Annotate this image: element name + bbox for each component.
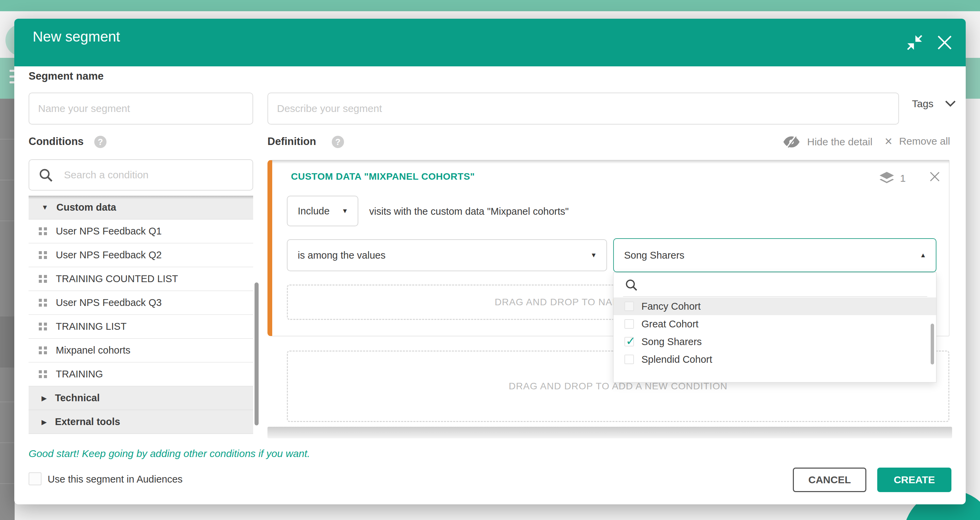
cohort-option-label: Song Sharers — [641, 336, 702, 347]
tags-label: Tags — [912, 98, 933, 109]
condition-item-label: TRAINING — [56, 369, 103, 380]
condition-item-label: User NPS Feedback Q3 — [56, 297, 162, 309]
tags-dropdown[interactable]: Tags — [912, 98, 956, 110]
drag-handle-icon[interactable] — [39, 251, 47, 259]
checkbox-unchecked[interactable] — [624, 319, 634, 329]
help-icon[interactable]: ? — [94, 136, 107, 148]
caret-down-icon: ▼ — [590, 251, 597, 259]
remove-all-label: Remove all — [899, 135, 950, 147]
condition-group-technical[interactable]: ▶Technical — [29, 386, 253, 410]
horizontal-scrollbar[interactable] — [267, 427, 952, 438]
modal-title: New segment — [33, 29, 120, 45]
help-icon[interactable]: ? — [332, 136, 344, 148]
segment-name-label: Segment name — [29, 70, 104, 83]
checkbox-unchecked[interactable] — [624, 302, 634, 311]
condition-item-label: User NPS Feedback Q2 — [56, 250, 162, 261]
condition-search-input[interactable] — [29, 159, 253, 191]
condition-item[interactable]: User NPS Feedback Q1 — [29, 219, 253, 243]
group-label: Custom data — [56, 202, 116, 213]
modal-header — [14, 19, 966, 66]
include-value: Include — [298, 205, 330, 217]
condition-search — [29, 159, 253, 191]
value-select[interactable]: Song Sharers ▲ — [613, 238, 937, 272]
include-select[interactable]: Include ▼ — [287, 196, 358, 226]
sidebar-header — [0, 58, 14, 99]
cohort-option-label: Splendid Cohort — [641, 354, 712, 365]
checkbox-unchecked[interactable] — [624, 355, 634, 364]
eye-off-icon — [783, 135, 800, 149]
remove-all-button[interactable]: × Remove all — [885, 135, 950, 148]
remove-condition-icon[interactable] — [928, 170, 942, 184]
drag-handle-icon[interactable] — [39, 370, 47, 378]
cohort-option-great-cohort[interactable]: Great Cohort — [614, 315, 936, 333]
layer-count: 1 — [900, 173, 906, 184]
condition-group-custom-data[interactable]: ▼Custom data — [29, 196, 253, 219]
app-top-bar — [0, 0, 980, 11]
group-label: External tools — [55, 416, 120, 428]
layer-indicator: 1 — [879, 171, 906, 186]
condition-item[interactable]: TRAINING — [29, 363, 253, 386]
close-icon[interactable] — [935, 33, 954, 52]
condition-item-label: TRAINING LIST — [56, 321, 127, 332]
condition-item[interactable]: TRAINING LIST — [29, 315, 253, 339]
condition-list: ▼Custom dataUser NPS Feedback Q1User NPS… — [29, 196, 253, 434]
condition-item[interactable]: TRAINING COUNTED LIST — [29, 267, 253, 291]
cohort-option-list: Fancy CohortGreat Cohort✓Song SharersSpl… — [614, 297, 936, 368]
check-icon: ✓ — [626, 334, 636, 348]
condition-item[interactable]: User NPS Feedback Q2 — [29, 243, 253, 267]
group-label: Technical — [55, 393, 100, 404]
conditions-label: Conditions — [29, 135, 84, 148]
condition-item-label: Mixpanel cohorts — [56, 345, 130, 356]
caret-right-icon: ▶ — [41, 394, 47, 402]
condition-item-label: TRAINING COUNTED LIST — [56, 273, 178, 285]
cohort-option-label: Great Cohort — [641, 318, 698, 330]
caret-up-icon: ▲ — [920, 251, 926, 259]
cohort-option-splendid-cohort[interactable]: Splendid Cohort — [614, 350, 936, 368]
condition-item[interactable]: Mixpanel cohorts — [29, 339, 253, 363]
operator-value: is among the values — [298, 250, 385, 261]
layers-icon — [879, 171, 894, 186]
create-button[interactable]: CREATE — [877, 468, 951, 492]
caret-right-icon: ▶ — [41, 418, 47, 426]
drag-handle-icon[interactable] — [39, 227, 47, 235]
caret-down-icon: ▼ — [342, 207, 348, 215]
drag-handle-icon[interactable] — [39, 347, 47, 354]
condition-item[interactable]: User NPS Feedback Q3 — [29, 291, 253, 315]
chevron-down-icon — [945, 100, 956, 107]
segment-description-input[interactable] — [267, 92, 899, 124]
segment-name-input[interactable] — [29, 92, 253, 124]
search-icon — [624, 278, 639, 292]
caret-down-icon: ▼ — [41, 204, 48, 211]
definition-label: Definition — [267, 135, 316, 148]
cancel-button[interactable]: CANCEL — [793, 468, 866, 492]
search-icon — [38, 167, 54, 183]
condition-group-external-tools[interactable]: ▶External tools — [29, 410, 253, 434]
cohort-option-label: Fancy Cohort — [641, 301, 701, 312]
vertical-scrollbar-thumb[interactable] — [931, 324, 934, 364]
builder-hint: Good start! Keep going by adding other c… — [29, 448, 310, 460]
hide-detail-label: Hide the detail — [807, 136, 872, 148]
condition-item-label: User NPS Feedback Q1 — [56, 226, 162, 237]
audiences-checkbox-label: Use this segment in Audiences — [48, 474, 183, 485]
drag-handle-icon[interactable] — [39, 323, 47, 331]
close-icon: × — [885, 135, 892, 148]
vertical-scrollbar-thumb[interactable] — [255, 283, 259, 425]
sidebar-active-item — [0, 316, 14, 367]
cohort-option-fancy-cohort[interactable]: Fancy Cohort — [614, 297, 936, 315]
collapse-icon[interactable] — [906, 34, 924, 51]
value-select-value: Song Sharers — [624, 250, 684, 261]
screen: New segment Segment name Tags Conditions… — [0, 0, 980, 520]
divider — [623, 296, 927, 297]
page-subheader-strip — [966, 58, 980, 99]
cohort-option-song-sharers[interactable]: ✓Song Sharers — [614, 333, 936, 350]
hide-detail-button[interactable]: Hide the detail — [783, 135, 872, 149]
value-dropdown-panel: Fancy CohortGreat Cohort✓Song SharersSpl… — [613, 272, 937, 383]
operator-select[interactable]: is among the values ▼ — [287, 239, 607, 271]
checkbox-checked[interactable]: ✓ — [624, 337, 634, 347]
condition-sentence: visits with the custom data "Mixpanel co… — [369, 206, 569, 217]
drag-handle-icon[interactable] — [39, 299, 47, 307]
app-sidebar — [0, 99, 14, 520]
condition-card-title: CUSTOM DATA "MIXPANEL COHORTS" — [291, 171, 475, 182]
audiences-checkbox[interactable] — [29, 472, 41, 485]
drag-handle-icon[interactable] — [39, 275, 47, 283]
